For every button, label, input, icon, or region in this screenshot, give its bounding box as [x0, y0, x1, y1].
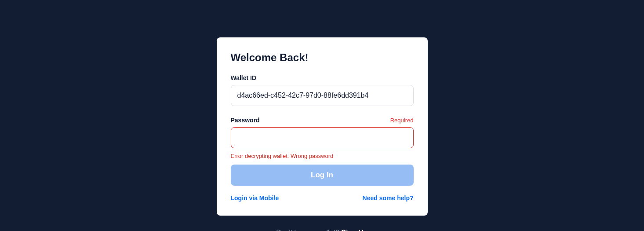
card-heading: Welcome Back!: [231, 51, 414, 64]
password-input[interactable]: [231, 127, 414, 148]
password-label-row: Password Required: [231, 117, 414, 124]
login-button[interactable]: Log In: [231, 165, 414, 186]
login-via-mobile-link[interactable]: Login via Mobile: [231, 194, 279, 202]
password-label: Password: [231, 117, 260, 124]
links-row: Login via Mobile Need some help?: [231, 194, 414, 202]
password-required-text: Required: [390, 117, 414, 124]
password-group: Password Required Error decrypting walle…: [231, 117, 414, 159]
login-card: Welcome Back! Wallet ID Password Require…: [217, 37, 428, 216]
footer: Don't have a wallet? Sign Up: [276, 229, 367, 231]
signup-link[interactable]: Sign Up: [341, 229, 367, 231]
wallet-id-group: Wallet ID: [231, 74, 414, 106]
footer-text: Don't have a wallet?: [276, 229, 341, 231]
wallet-id-label: Wallet ID: [231, 74, 257, 81]
need-help-link[interactable]: Need some help?: [363, 194, 414, 202]
wallet-id-input[interactable]: [231, 85, 414, 106]
wallet-id-label-row: Wallet ID: [231, 74, 414, 81]
password-error-message: Error decrypting wallet. Wrong password: [231, 153, 414, 159]
